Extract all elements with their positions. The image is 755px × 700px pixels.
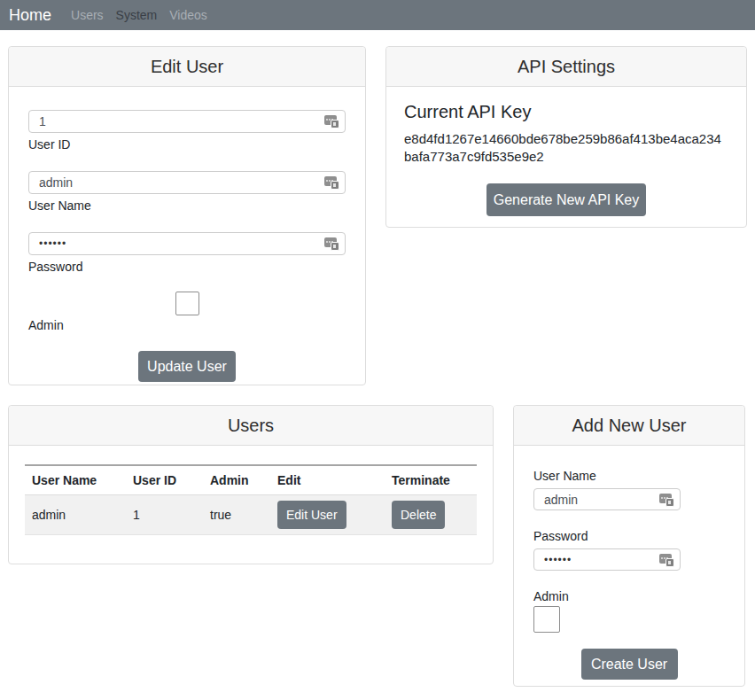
api-settings-body: Current API Key e8d4fd1267e14660bde678be… [386, 87, 746, 216]
create-user-button[interactable]: Create User [581, 649, 678, 680]
autofill-icon-badge [665, 498, 674, 507]
new-admin-checkbox[interactable] [533, 606, 560, 633]
users-title: Users [228, 416, 274, 436]
col-header-user-name: User Name [25, 465, 126, 495]
api-settings-title: API Settings [518, 57, 615, 77]
nav-system-link[interactable]: System [116, 8, 158, 22]
users-table: User Name User ID Admin Edit Terminate a… [25, 464, 477, 535]
autofill-icon-badge [665, 558, 674, 567]
users-table-header-row: User Name User ID Admin Edit Terminate [25, 465, 477, 495]
autofill-icon-badge [331, 181, 339, 190]
row-edit-user-button[interactable]: Edit User [277, 501, 346, 529]
cell-admin: true [203, 495, 270, 535]
autofill-icon-badge [331, 120, 339, 128]
admin-checkbox[interactable] [175, 292, 199, 315]
password-input[interactable] [28, 232, 346, 255]
new-user-name-label: User Name [533, 469, 725, 483]
row-delete-button[interactable]: Delete [392, 501, 445, 529]
user-id-label: User ID [28, 137, 346, 152]
add-new-user-form: User Name Password [514, 446, 744, 680]
update-user-button[interactable]: Update User [138, 351, 236, 382]
autofill-extension-icon[interactable] [659, 493, 674, 507]
generate-api-key-button[interactable]: Generate New API Key [486, 183, 646, 216]
new-admin-checkbox-group: Admin [533, 589, 725, 633]
users-panel-header: Users [9, 406, 493, 446]
new-password-label: Password [533, 529, 725, 543]
api-settings-panel-header: API Settings [386, 47, 746, 87]
add-new-user-panel-header: Add New User [514, 406, 744, 446]
autofill-extension-icon[interactable] [324, 237, 339, 251]
autofill-extension-icon[interactable] [324, 114, 339, 128]
autofill-icon-badge [331, 242, 339, 251]
cell-user-name: admin [25, 495, 126, 535]
admin-checkbox-group: Admin [28, 292, 346, 332]
add-new-user-title: Add New User [572, 416, 687, 436]
users-panel: Users User Name User ID Admin Edit Termi… [8, 405, 494, 564]
nav-videos-link[interactable]: Videos [169, 8, 207, 22]
user-id-input[interactable] [28, 110, 346, 133]
edit-user-title: Edit User [151, 57, 223, 77]
admin-label: Admin [28, 318, 346, 332]
users-table-wrap: User Name User ID Admin Edit Terminate a… [9, 446, 493, 535]
nav-users-link[interactable]: Users [71, 8, 104, 22]
api-settings-panel: API Settings Current API Key e8d4fd1267e… [385, 46, 747, 228]
current-api-key-heading: Current API Key [404, 102, 728, 122]
api-key-value: e8d4fd1267e14660bde678be259b86af413be4ac… [404, 130, 728, 166]
password-label: Password [28, 260, 346, 274]
nav-home-link[interactable]: Home [9, 6, 51, 25]
add-new-user-panel: Add New User User Name Password [513, 405, 745, 687]
autofill-extension-icon[interactable] [324, 175, 339, 190]
new-admin-label: Admin [533, 589, 725, 603]
autofill-extension-icon[interactable] [659, 553, 674, 567]
col-header-user-id: User ID [126, 465, 203, 495]
col-header-edit: Edit [270, 465, 385, 495]
navbar: Home Users System Videos [0, 0, 755, 30]
user-name-input[interactable] [28, 171, 346, 194]
edit-user-panel: Edit User User ID [8, 46, 366, 385]
table-row: admin 1 true Edit User Delete [25, 495, 477, 535]
user-name-label: User Name [28, 198, 346, 213]
edit-user-panel-header: Edit User [9, 47, 365, 87]
cell-user-id: 1 [126, 495, 203, 535]
page: Home Users System Videos Edit User User … [0, 0, 755, 700]
col-header-terminate: Terminate [385, 465, 477, 495]
col-header-admin: Admin [203, 465, 270, 495]
edit-user-form: User ID User Name [9, 87, 365, 382]
